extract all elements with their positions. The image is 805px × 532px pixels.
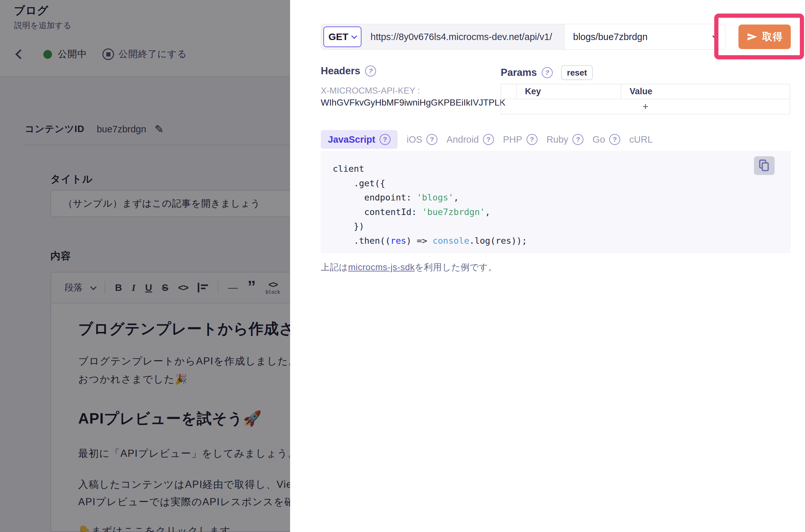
reset-button[interactable]: reset	[561, 65, 593, 80]
tab-go[interactable]: Go?	[592, 134, 620, 145]
tab-label: Ruby	[547, 134, 569, 145]
tab-label: cURL	[629, 134, 653, 145]
help-icon[interactable]: ?	[483, 134, 494, 145]
api-preview-modal: GET https://8y0v676ls4.microcms-dev.net/…	[290, 0, 805, 532]
endpoint-value: blogs/bue7zbrdgn	[573, 32, 648, 42]
code-line: client	[333, 162, 527, 176]
tab-php[interactable]: PHP?	[503, 134, 537, 145]
code-line: contentId: 'bue7zbrdgn',	[333, 205, 527, 220]
sdk-note: 上記はmicrocms-js-sdkを利用した例です。	[321, 262, 497, 273]
api-key-name: X-MICROCMS-API-KEY :	[321, 86, 420, 96]
code-line: endpoint: 'blogs',	[333, 190, 527, 205]
base-url-text: https://8y0v676ls4.microcms-dev.net/api/…	[370, 32, 564, 42]
tab-label: Go	[592, 134, 605, 145]
question-glyph: ?	[545, 69, 549, 76]
params-table: Key Value +	[501, 84, 790, 114]
help-icon[interactable]: ?	[365, 65, 376, 76]
fetch-button-label: 取得	[762, 30, 783, 43]
help-icon[interactable]: ?	[380, 134, 390, 145]
copy-icon	[759, 159, 770, 172]
send-icon	[747, 32, 758, 41]
code-sample: client .get({ endpoint: 'blogs', content…	[321, 151, 791, 253]
params-value-header: Value	[621, 84, 790, 99]
content-editor-page: ブログ 説明を追加する 公開中 公開終了にする コンテンツID bue7zbrd…	[0, 0, 290, 532]
tab-android[interactable]: Android?	[446, 134, 494, 145]
question-glyph: ?	[369, 67, 373, 75]
code-content: client .get({ endpoint: 'blogs', content…	[333, 162, 527, 248]
headers-title: Headers	[321, 65, 360, 77]
code-line: .get({	[333, 176, 527, 191]
plus-icon: +	[642, 101, 649, 113]
tab-javascript[interactable]: JavaScript?	[321, 130, 398, 149]
help-icon[interactable]: ?	[609, 134, 620, 145]
help-icon[interactable]: ?	[426, 134, 437, 145]
sdk-link[interactable]: microcms-js-sdk	[348, 262, 415, 272]
params-key-header: Key	[516, 84, 621, 99]
language-tabs: JavaScript?iOS?Android?PHP?Ruby?Go?cURL	[321, 130, 653, 149]
chevron-down-icon	[351, 33, 357, 39]
tab-label: Android	[446, 134, 479, 145]
sdk-note-suffix: を利用した例です。	[415, 262, 497, 272]
params-select-column	[501, 84, 516, 99]
tab-curl[interactable]: cURL	[629, 134, 653, 145]
tab-label: PHP	[503, 134, 522, 145]
tab-ruby[interactable]: Ruby?	[547, 134, 584, 145]
fetch-button[interactable]: 取得	[738, 24, 791, 49]
copy-button[interactable]	[754, 156, 775, 175]
help-icon[interactable]: ?	[527, 134, 537, 145]
tab-label: JavaScript	[328, 134, 376, 145]
sdk-note-prefix: 上記は	[321, 262, 348, 272]
params-header-row: Key Value	[501, 84, 790, 99]
add-param-button[interactable]: +	[501, 99, 790, 114]
tab-label: iOS	[407, 134, 422, 145]
chevron-down-icon	[712, 33, 718, 39]
api-key-value: WIhGVFkvGyHbMF9iwniHgGKPBEiIkIVJTPLK	[321, 97, 506, 108]
method-value: GET	[329, 31, 349, 42]
tab-ios[interactable]: iOS?	[407, 134, 437, 145]
code-line: })	[333, 219, 527, 234]
params-title: Params	[501, 67, 537, 78]
code-line: .then((res) => console.log(res));	[333, 234, 527, 248]
method-select[interactable]: GET	[323, 26, 362, 47]
modal-overlay[interactable]	[0, 0, 290, 532]
endpoint-select[interactable]: blogs/bue7zbrdgn	[564, 24, 725, 50]
help-icon[interactable]: ?	[542, 67, 553, 78]
help-icon[interactable]: ?	[572, 134, 583, 145]
request-bar: GET https://8y0v676ls4.microcms-dev.net/…	[321, 24, 726, 50]
